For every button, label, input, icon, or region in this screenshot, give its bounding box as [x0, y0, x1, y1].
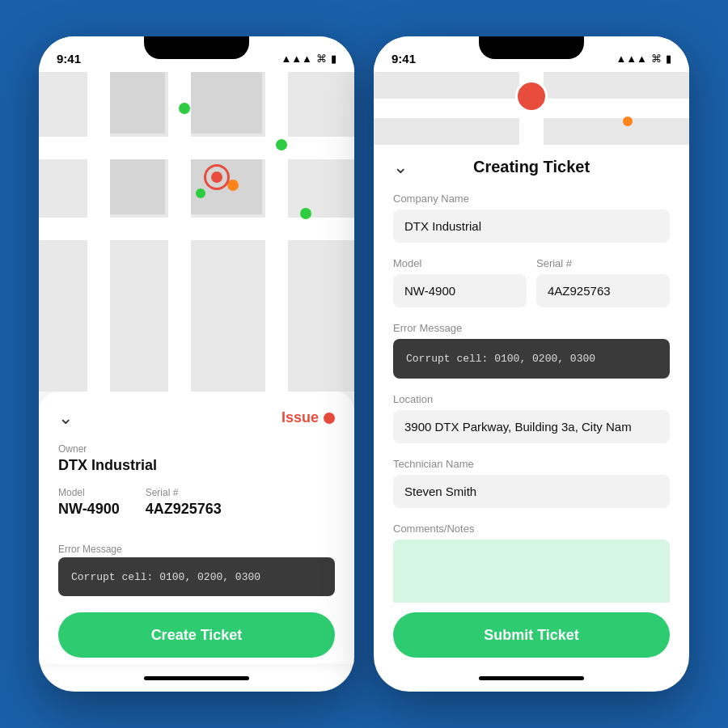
company-input[interactable]	[393, 210, 670, 243]
serial-field: Serial #	[536, 257, 670, 307]
issue-badge: Issue	[281, 409, 335, 426]
collapse-chevron[interactable]: ⌄	[58, 408, 73, 429]
company-field: Company Name	[393, 193, 670, 243]
serial-input[interactable]	[536, 274, 670, 307]
issue-label: Issue	[281, 409, 319, 426]
road-v2	[168, 72, 191, 392]
signal-icon: ▲▲▲	[281, 53, 312, 65]
road-v3	[265, 72, 288, 392]
map-dot-green2	[276, 139, 287, 150]
block1	[110, 72, 165, 133]
battery-icon: ▮	[331, 53, 336, 65]
model-label: Model	[58, 487, 120, 498]
avatar-pin	[515, 80, 548, 112]
battery-icon2: ▮	[666, 53, 671, 65]
map-dot2-orange	[623, 116, 633, 126]
back-chevron[interactable]: ⌄	[393, 157, 408, 178]
selected-dot-container	[204, 164, 230, 190]
status-icons-2: ▲▲▲ ⌘ ▮	[616, 53, 671, 65]
error-field: Error Message Corrupt cell: 0100, 0200, …	[393, 322, 670, 379]
road-v1	[87, 72, 110, 392]
serial-value: 4AZ925763	[146, 501, 222, 518]
tech-input[interactable]	[393, 475, 670, 508]
wifi-icon: ⌘	[316, 53, 327, 65]
map-dot-green4	[300, 208, 311, 219]
model-input[interactable]	[393, 274, 527, 307]
dot-center	[211, 171, 222, 183]
tech-label: Technician Name	[393, 458, 670, 470]
location-input[interactable]	[393, 410, 670, 443]
owner-value: DTX Industrial	[58, 457, 335, 474]
model-row: Model NW-4900	[58, 487, 120, 518]
block2	[191, 72, 262, 133]
home-indicator-1	[39, 664, 354, 692]
wifi-icon2: ⌘	[651, 53, 662, 65]
error-box: Corrupt cell: 0100, 0200, 0300	[58, 557, 335, 597]
time-2: 9:41	[392, 52, 416, 66]
form-area[interactable]: Company Name Model Serial # Error Messag…	[374, 193, 689, 603]
comments-label: Comments/Notes	[393, 523, 670, 535]
submit-ticket-button[interactable]: Submit Ticket	[393, 612, 670, 658]
model-label2: Model	[393, 257, 527, 269]
serial-row: Serial # 4AZ925763	[146, 487, 222, 518]
model-serial-fields: Model Serial #	[393, 257, 670, 307]
form-header: ⌄ Creating Ticket	[374, 145, 689, 193]
phone2-frame: 9:41 ▲▲▲ ⌘ ▮ ⌄ Creating Ticket Company N…	[374, 36, 689, 692]
road-h2	[39, 218, 354, 240]
owner-row: Owner DTX Industrial	[58, 443, 335, 474]
block3	[110, 159, 165, 214]
home-bar-2	[479, 676, 584, 680]
serial-label2: Serial #	[536, 257, 670, 269]
signal-icon2: ▲▲▲	[616, 53, 647, 65]
form-title: Creating Ticket	[473, 158, 590, 176]
notch2	[479, 36, 584, 59]
error-label: Error Message	[58, 544, 335, 555]
location-label: Location	[393, 393, 670, 405]
error-display: Corrupt cell: 0100, 0200, 0300	[393, 339, 670, 379]
model-field: Model	[393, 257, 527, 307]
phone1-frame: 9:41 ▲▲▲ ⌘ ▮	[39, 36, 354, 692]
home-indicator-2	[374, 664, 689, 692]
model-value: NW-4900	[58, 501, 120, 518]
form-footer: Submit Ticket	[374, 603, 689, 664]
owner-label: Owner	[58, 443, 335, 455]
home-bar-1	[144, 676, 249, 680]
error-text2: Corrupt cell: 0100, 0200, 0300	[406, 353, 595, 365]
serial-label: Serial #	[146, 487, 222, 498]
error-text: Corrupt cell: 0100, 0200, 0300	[71, 571, 260, 583]
company-label: Company Name	[393, 193, 670, 205]
error-label2: Error Message	[393, 322, 670, 334]
create-ticket-button[interactable]: Create Ticket	[58, 612, 335, 658]
tech-field: Technician Name	[393, 458, 670, 508]
road-h1	[39, 137, 354, 159]
notch1	[144, 36, 249, 59]
comments-field: Comments/Notes	[393, 523, 670, 603]
comments-input[interactable]	[393, 540, 670, 603]
time-1: 9:41	[57, 52, 81, 66]
model-serial-row: Model NW-4900 Serial # 4AZ925763	[58, 487, 335, 531]
location-field: Location	[393, 393, 670, 443]
bottom-sheet: ⌄ Issue Owner DTX Industrial Model NW-49…	[39, 392, 354, 665]
map-thumbnail	[374, 72, 689, 145]
dot-ring	[204, 164, 230, 190]
map-view[interactable]	[39, 72, 354, 392]
map-dot-green1	[179, 103, 190, 114]
sheet-header: ⌄ Issue	[58, 408, 335, 429]
status-icons-1: ▲▲▲ ⌘ ▮	[281, 53, 336, 65]
issue-dot	[324, 413, 335, 424]
